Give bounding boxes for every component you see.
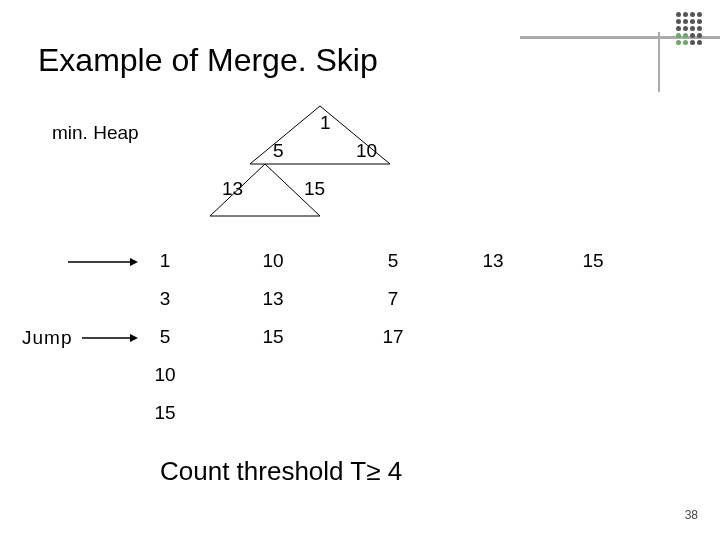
heap-node-left1: 5 xyxy=(273,140,284,162)
list-item: 5 xyxy=(150,326,180,348)
list-item: 10 xyxy=(150,364,180,386)
list-item: 7 xyxy=(378,288,408,310)
list-item: 13 xyxy=(478,250,508,272)
slide-title: Example of Merge. Skip xyxy=(38,42,378,79)
list-item: 15 xyxy=(258,326,288,348)
list-item: 1 xyxy=(150,250,180,272)
heap-node-right1: 10 xyxy=(356,140,377,162)
heap-node-right2: 15 xyxy=(304,178,325,200)
arrow-icon xyxy=(68,256,138,268)
jump-label: Jump xyxy=(22,327,72,349)
heap-node-top: 1 xyxy=(320,112,331,134)
decorative-bar-vertical xyxy=(658,32,660,92)
list-item: 3 xyxy=(150,288,180,310)
arrow-icon xyxy=(82,332,138,344)
list-item: 15 xyxy=(578,250,608,272)
heap-node-left2: 13 xyxy=(222,178,243,200)
threshold-text: Count threshold T≥ 4 xyxy=(160,456,402,487)
list-item: 10 xyxy=(258,250,288,272)
slide-logo xyxy=(676,12,702,45)
list-item: 5 xyxy=(378,250,408,272)
list-item: 17 xyxy=(378,326,408,348)
page-number: 38 xyxy=(685,508,698,522)
minheap-label: min. Heap xyxy=(52,122,139,144)
list-item: 15 xyxy=(150,402,180,424)
list-item: 13 xyxy=(258,288,288,310)
heap-triangles xyxy=(210,106,470,216)
svg-marker-5 xyxy=(130,334,138,342)
svg-marker-3 xyxy=(130,258,138,266)
